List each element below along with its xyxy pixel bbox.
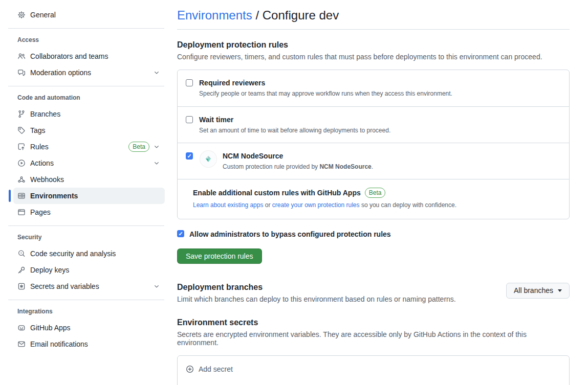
sidebar-item-rules[interactable]: Rules Beta <box>13 139 165 155</box>
sidebar-item-label: Actions <box>30 159 149 167</box>
gear-icon <box>17 11 26 19</box>
sidebar-section-security: Security <box>13 231 169 245</box>
section-description: Configure reviewers, timers, and custom … <box>177 53 570 61</box>
section-title: Environment secrets <box>177 318 570 327</box>
sidebar-item-tags[interactable]: Tags <box>13 122 165 139</box>
deployment-branches-head: Deployment branches Limit which branches… <box>177 283 570 303</box>
admin-bypass-checkbox[interactable] <box>177 230 184 237</box>
all-branches-dropdown[interactable]: All branches <box>506 283 570 299</box>
deployment-branches-section: Deployment branches Limit which branches… <box>177 283 570 303</box>
rule-text: Wait timer Set an amount of time to wait… <box>199 115 390 135</box>
section-title: Deployment branches <box>177 283 506 292</box>
sidebar-divider <box>8 28 164 29</box>
sidebar-item-actions[interactable]: Actions <box>13 155 165 171</box>
chevron-down-icon[interactable] <box>153 143 161 151</box>
sidebar-divider <box>8 225 164 226</box>
add-secret-button[interactable]: Add secret <box>186 365 233 373</box>
breadcrumb-separator: / <box>252 8 263 22</box>
admin-bypass-row: Allow administrators to bypass configure… <box>177 229 570 239</box>
mail-icon <box>17 340 26 348</box>
rules-icon <box>17 143 26 151</box>
deployment-protection-rules-section: Deployment protection rules Configure re… <box>177 40 570 264</box>
sidebar-item-label: Deploy keys <box>30 266 161 274</box>
secrets-list-box: Add secret <box>177 355 570 385</box>
comment-discussion-icon <box>17 69 26 77</box>
sidebar-group-access: Collaborators and teams Moderation optio… <box>0 48 169 81</box>
sidebar-item-email-notifications[interactable]: Email notifications <box>13 336 165 352</box>
settings-sidebar: General Access Collaborators and teams M… <box>0 0 169 385</box>
beta-badge: Beta <box>365 188 386 198</box>
sidebar-item-label: Moderation options <box>30 69 149 77</box>
sidebar-item-branches[interactable]: Branches <box>13 106 165 122</box>
breadcrumb-current: Configure dev <box>263 8 339 22</box>
sidebar-group-integrations: GitHub Apps Email notifications <box>0 320 169 352</box>
chevron-down-icon[interactable] <box>153 282 161 290</box>
sidebar-item-label: Pages <box>30 208 161 216</box>
custom-rules-row: Enable additional custom rules with GitH… <box>178 179 569 219</box>
protection-rules-box: Required reviewers Specify people or tea… <box>177 70 570 219</box>
server-icon <box>17 192 26 200</box>
sidebar-item-label: Rules <box>30 143 128 151</box>
required-reviewers-checkbox[interactable] <box>186 79 193 86</box>
rule-description-suffix: . <box>372 163 373 170</box>
rule-text: Required reviewers Specify people or tea… <box>199 78 452 98</box>
hubot-icon <box>17 324 26 332</box>
sidebar-item-secrets-variables[interactable]: Secrets and variables <box>13 278 165 295</box>
sidebar-item-github-apps[interactable]: GitHub Apps <box>13 320 165 336</box>
all-branches-dropdown-label: All branches <box>514 286 553 295</box>
sidebar-group-code-automation: Branches Tags Rules Beta Actions <box>0 106 169 220</box>
wait-timer-checkbox[interactable] <box>186 116 193 123</box>
sidebar-item-label: Email notifications <box>30 340 161 348</box>
ncm-nodesource-checkbox[interactable] <box>186 152 193 160</box>
sidebar-item-label: Code security and analysis <box>30 250 161 258</box>
ncm-nodesource-row: NCM NodeSource Custom protection rule pr… <box>178 143 569 179</box>
git-branch-icon <box>17 110 26 118</box>
admin-bypass-label: Allow administrators to bypass configure… <box>189 229 391 239</box>
section-description: Secrets are encrypted environment variab… <box>177 330 551 347</box>
rule-title: Wait timer <box>199 115 390 125</box>
sidebar-item-label: Environments <box>30 192 161 200</box>
custom-rules-suffix-text: so you can deploy with confidence. <box>360 201 456 209</box>
sidebar-item-label: Tags <box>30 126 161 134</box>
sidebar-item-code-security[interactable]: Code security and analysis <box>13 245 165 262</box>
sidebar-item-general[interactable]: General <box>13 7 165 23</box>
chevron-down-icon[interactable] <box>153 69 161 77</box>
rule-description-prefix: Custom protection rule provided by <box>223 163 319 170</box>
rule-title: Required reviewers <box>199 78 452 88</box>
sidebar-item-environments[interactable]: Environments <box>13 188 165 204</box>
sidebar-item-pages[interactable]: Pages <box>13 204 165 220</box>
create-protection-rules-link[interactable]: create your own protection rules <box>272 201 360 209</box>
chevron-down-icon[interactable] <box>153 159 161 167</box>
caret-down-icon <box>558 289 562 292</box>
sidebar-item-webhooks[interactable]: Webhooks <box>13 171 165 188</box>
rule-description: Custom protection rule provided by NCM N… <box>223 162 373 171</box>
plus-circle-icon <box>186 365 194 373</box>
play-icon <box>17 159 26 167</box>
learn-existing-apps-link[interactable]: Learn about existing apps <box>193 201 263 209</box>
sidebar-item-deploy-keys[interactable]: Deploy keys <box>13 262 165 278</box>
sidebar-item-collaborators[interactable]: Collaborators and teams <box>13 48 165 64</box>
sidebar-item-label: GitHub Apps <box>30 324 161 332</box>
sidebar-item-label: Secrets and variables <box>30 282 149 290</box>
sidebar-item-label: Branches <box>30 110 161 118</box>
sidebar-section-code-automation: Code and automation <box>13 92 169 106</box>
wait-timer-row: Wait timer Set an amount of time to wait… <box>178 106 569 143</box>
environments-breadcrumb-link[interactable]: Environments <box>177 8 252 22</box>
sidebar-item-label: Webhooks <box>30 175 161 184</box>
environment-secrets-section: Environment secrets Secrets are encrypte… <box>177 318 570 385</box>
custom-rules-links: Learn about existing apps or create your… <box>193 200 561 210</box>
deployment-branches-text: Deployment branches Limit which branches… <box>177 283 506 303</box>
codescan-icon <box>17 250 26 258</box>
section-title: Deployment protection rules <box>177 40 570 50</box>
section-description: Limit which branches can deploy to this … <box>177 295 506 303</box>
rule-description: Specify people or teams that may approve… <box>199 89 452 98</box>
rule-text: NCM NodeSource Custom protection rule pr… <box>223 151 373 171</box>
sidebar-item-moderation-options[interactable]: Moderation options <box>13 64 165 81</box>
add-secret-label: Add secret <box>199 365 233 373</box>
sidebar-section-access: Access <box>13 34 169 48</box>
beta-badge: Beta <box>128 142 149 152</box>
people-icon <box>17 52 26 60</box>
tag-icon <box>17 126 26 134</box>
sidebar-item-label: Collaborators and teams <box>30 52 161 60</box>
save-protection-rules-button[interactable]: Save protection rules <box>177 248 262 264</box>
